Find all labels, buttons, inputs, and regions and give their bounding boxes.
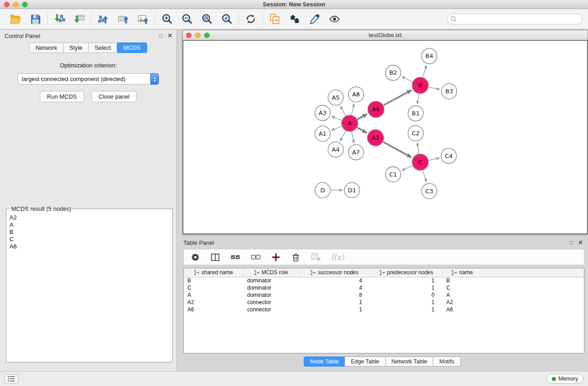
plus-icon (271, 252, 281, 262)
task-history-button[interactable] (5, 374, 18, 384)
zoom-network-window-button[interactable] (204, 33, 210, 38)
graph-node-label-A8: A8 (352, 91, 360, 98)
graph-edge-A-A7[interactable] (352, 132, 354, 143)
column-header[interactable]: shared name (184, 268, 244, 277)
graph-edge-A-A3[interactable] (331, 116, 342, 120)
import-network-button[interactable] (53, 13, 66, 25)
graph-edge-A6-B[interactable] (383, 90, 411, 105)
zoom-out-button[interactable] (181, 13, 193, 25)
tab-motifs[interactable]: Motifs (433, 357, 460, 367)
graph-edge-A-A2[interactable] (357, 128, 367, 133)
graph-edge-A-A1[interactable] (331, 126, 342, 130)
table-row[interactable]: Adominator80A (184, 291, 584, 299)
column-header[interactable]: MCDS role (244, 268, 299, 277)
result-item[interactable]: A6 (10, 243, 169, 250)
table-header-row: shared nameMCDS rolesuccessor nodesprede… (184, 268, 584, 277)
graph-edge-B-B4[interactable] (423, 65, 426, 77)
grid-delete-icon (311, 252, 321, 262)
graph-node-label-B: B (418, 82, 422, 89)
graph-edge-C-C4[interactable] (429, 158, 440, 160)
graph-node-label-A1: A1 (319, 130, 326, 137)
table-row[interactable]: A6connector11A6 (184, 306, 584, 313)
tab-node-table[interactable]: Node Table (304, 357, 345, 367)
zoom-fit-button[interactable] (201, 13, 213, 25)
home-button[interactable] (288, 13, 301, 25)
graph-edge-C-C1[interactable] (402, 166, 412, 171)
graph-edge-B-B1[interactable] (417, 94, 419, 104)
close-table-panel-button[interactable]: × (578, 239, 583, 246)
memory-button[interactable]: Memory (546, 374, 583, 384)
table-row[interactable]: A2connector11A2 (184, 299, 584, 306)
export-image-button[interactable] (137, 13, 149, 25)
tab-mcds[interactable]: MCDS (117, 43, 147, 53)
node-table: shared nameMCDS rolesuccessor nodesprede… (183, 268, 584, 353)
zoom-window-button[interactable] (22, 2, 28, 7)
run-mcds-button[interactable]: Run MCDS (40, 91, 84, 102)
export-network-button[interactable] (97, 13, 110, 25)
network-graph[interactable]: B4B2BB3A8A5A6A3B1AC2A1A2A4A7C4CC1DD1C3 (183, 41, 587, 234)
graph-edge-B-B3[interactable] (429, 87, 440, 90)
table-row[interactable]: Bdominator41B (184, 277, 584, 284)
show-hide-button[interactable] (328, 13, 341, 25)
zoom-in-button[interactable] (161, 13, 173, 25)
show-columns-button[interactable] (210, 252, 220, 262)
application-window: Session: New Session (0, 0, 588, 386)
table-row[interactable]: Cdominator41C (184, 284, 584, 291)
refresh-button[interactable] (244, 13, 257, 25)
minimize-network-window-button[interactable] (195, 33, 201, 38)
export-table-button[interactable] (117, 13, 129, 25)
select-all-button[interactable] (230, 252, 241, 262)
graph-edge-A-A8[interactable] (352, 104, 354, 115)
network-canvas[interactable]: B4B2BB3A8A5A6A3B1AC2A1A2A4A7C4CC1DD1C3 (183, 40, 588, 234)
search-input[interactable] (447, 14, 583, 24)
tab-edge-table[interactable]: Edge Table (344, 357, 385, 367)
graph-edge-A-A6[interactable] (357, 114, 367, 119)
table-settings-button[interactable] (190, 252, 201, 262)
open-session-button[interactable] (9, 13, 22, 25)
graph-edge-C-C2[interactable] (417, 143, 419, 153)
open-panel-button[interactable] (268, 13, 281, 25)
minimize-window-button[interactable] (13, 2, 19, 7)
import-table-button[interactable] (73, 13, 86, 25)
result-item[interactable]: C (10, 236, 169, 243)
optimization-criterion-dropdown[interactable]: largest connected component (directed) ▲… (18, 73, 159, 85)
create-column-button[interactable] (271, 252, 281, 262)
tab-style[interactable]: Style (63, 43, 89, 53)
tab-select[interactable]: Select (88, 43, 117, 53)
save-session-button[interactable] (29, 13, 42, 25)
graph-edge-A-A4[interactable] (340, 131, 346, 141)
close-panel-button-mcds[interactable]: Close panel (91, 91, 137, 102)
graph-edge-B-B2[interactable] (402, 77, 412, 82)
column-header[interactable]: successor nodes (299, 268, 370, 277)
close-panel-button[interactable]: × (168, 33, 172, 39)
tab-network-table[interactable]: Network Table (385, 357, 434, 367)
graph-edge-A-A5[interactable] (340, 106, 346, 116)
column-header[interactable]: predecessor nodes (370, 268, 443, 277)
float-table-panel-button[interactable]: □ (569, 240, 573, 245)
close-network-window-button[interactable] (186, 33, 191, 38)
zoom-selected-button[interactable] (220, 13, 233, 25)
attribute-icon (380, 270, 385, 275)
graph-edge-C-C3[interactable] (423, 170, 426, 182)
tab-network[interactable]: Network (29, 43, 63, 53)
export-table-icon (117, 13, 129, 25)
function-builder-button[interactable]: f(x) (331, 253, 344, 262)
column-header[interactable]: name (443, 268, 482, 277)
column-header-filler (482, 268, 584, 277)
result-item[interactable]: A (10, 221, 169, 229)
graph-edge-A2-C[interactable] (383, 142, 411, 157)
graph-node-label-C3: C3 (425, 188, 433, 195)
attribute-icon (194, 270, 199, 275)
deselect-all-button[interactable] (250, 252, 261, 262)
graph-node-label-A6: A6 (372, 106, 380, 113)
float-panel-button[interactable]: □ (159, 33, 162, 38)
graph-node-label-D1: D1 (348, 187, 356, 194)
annotation-button[interactable] (308, 13, 321, 25)
delete-column-button[interactable] (291, 252, 301, 262)
result-item[interactable]: A2 (10, 214, 169, 221)
network-view-window: testGlobe.txt B4B2BB3A8A5A6A3B1AC2A1A2A4… (182, 30, 588, 234)
close-window-button[interactable] (4, 2, 10, 7)
graph-node-label-C1: C1 (389, 171, 397, 178)
result-item[interactable]: B (10, 229, 169, 236)
delete-table-button-disabled[interactable] (311, 252, 321, 262)
